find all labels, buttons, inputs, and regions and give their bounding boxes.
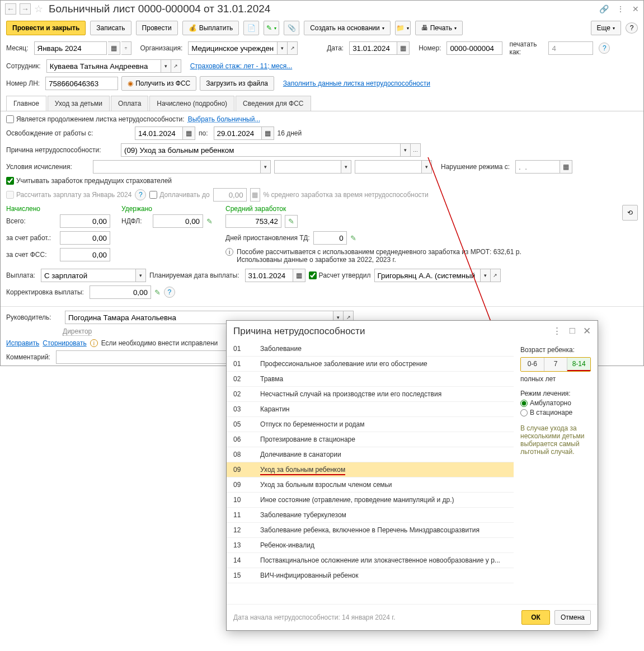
reason-item[interactable]: 02Несчастный случай на производстве или … (227, 387, 514, 402)
close-icon[interactable]: ✕ (632, 4, 639, 13)
avg-input[interactable] (225, 214, 281, 228)
dropdown-icon[interactable]: ▾ (136, 269, 146, 282)
dropdown-icon[interactable]: ▾ (341, 160, 351, 174)
stepper-icon[interactable]: ÷ (121, 41, 131, 55)
select-sick-link[interactable]: Выбрать больничный... (188, 115, 261, 123)
reason-item[interactable]: 10Иное состояние (отравление, проведение… (227, 493, 514, 508)
month-input[interactable] (34, 41, 107, 55)
radio-hospital[interactable]: В стационаре (520, 409, 591, 416)
date-input[interactable] (349, 41, 397, 55)
reason-item[interactable]: 11Заболевание туберкулезом (227, 508, 514, 523)
fix-link[interactable]: Исправить (6, 339, 39, 347)
number-input[interactable] (446, 41, 502, 55)
account-prev-checkbox[interactable]: Учитывать заработок предыдущих страховат… (6, 177, 172, 185)
more-icon[interactable]: ⋮ (552, 325, 562, 337)
age-btn-7[interactable]: 7 (544, 358, 568, 371)
more-icon[interactable]: ⋮ (617, 4, 624, 13)
doplach-checkbox[interactable]: Доплачивать до (149, 191, 209, 199)
total-input[interactable] (60, 214, 110, 228)
reason-item[interactable]: 08Долечивание в санатории (227, 447, 514, 462)
reason-item[interactable]: 09Уход за больным взрослым членом семьи (227, 477, 514, 493)
approved-checkbox[interactable]: Расчет утвердил (309, 271, 371, 279)
dropdown-icon[interactable]: ▾ (422, 160, 432, 174)
nav-back-icon[interactable]: ← (5, 3, 16, 15)
age-btn-0-6[interactable]: 0-6 (521, 358, 544, 371)
pencil-icon[interactable]: ✎ (206, 217, 213, 226)
dropdown-icon[interactable]: ▾ (161, 59, 171, 73)
dropdown-icon[interactable]: ▾ (278, 41, 288, 55)
calendar-icon[interactable]: ▦ (183, 127, 195, 140)
payment-input[interactable] (41, 269, 136, 282)
continuation-checkbox[interactable]: Является продолжением листка нетрудоспос… (6, 115, 185, 123)
reason-item[interactable]: 02Травма (227, 372, 514, 387)
age-btn-8-14[interactable]: 8-14 (567, 358, 590, 371)
print-button[interactable]: 🖶 Печать ▾ (415, 21, 463, 35)
org-input[interactable] (188, 41, 278, 55)
cond3-input[interactable] (355, 160, 422, 174)
reason-input[interactable] (121, 143, 401, 157)
reason-item[interactable]: 12Заболевание ребенка, включенное в Пере… (227, 523, 514, 538)
reason-item[interactable]: 01Профессиональное заболевание или его о… (227, 357, 514, 372)
help-icon[interactable]: ? (164, 287, 175, 298)
correction-input[interactable] (90, 285, 151, 299)
approved-input[interactable] (374, 269, 481, 282)
violation-input[interactable] (515, 160, 560, 174)
help-button[interactable]: ? (626, 22, 638, 34)
fill-link[interactable]: Заполнить данные листка нетрудоспособнос… (283, 79, 430, 87)
reason-item[interactable]: 13Ребенок-инвалид (227, 538, 514, 553)
pencil-icon[interactable]: ✎ (154, 288, 161, 297)
close-icon[interactable]: ✕ (583, 325, 591, 337)
planned-input[interactable] (245, 269, 293, 282)
tab-accrued[interactable]: Начислено (подробно) (149, 96, 234, 111)
radio-ambulatory[interactable]: Амбулаторно (520, 399, 591, 407)
ln-input[interactable] (45, 77, 118, 90)
cancel-button[interactable]: Отмена (554, 610, 591, 625)
record-button[interactable]: Записать (90, 21, 131, 35)
reason-item[interactable]: 09Уход за больным ребенком (227, 462, 514, 477)
by-fss-input[interactable] (60, 248, 110, 261)
reason-item[interactable]: 14Поствакцинальное осложнение или злокач… (227, 553, 514, 568)
attach-icon[interactable]: 📎 (284, 21, 299, 35)
folder-icon[interactable]: 📁▾ (395, 21, 411, 35)
reason-item[interactable]: 15ВИЧ-инфицированный ребенок (227, 568, 514, 583)
help-icon[interactable]: ? (599, 43, 610, 54)
cond2-input[interactable] (274, 160, 341, 174)
storno-link[interactable]: Сторнировать (43, 339, 86, 347)
reason-item[interactable]: 06Протезирование в стационаре (227, 432, 514, 447)
reason-item[interactable]: 03Карантин (227, 402, 514, 417)
maximize-icon[interactable]: □ (570, 325, 575, 337)
pay-button[interactable]: 💰Выплатить (182, 21, 239, 35)
calendar-icon[interactable]: ▦ (560, 160, 572, 174)
help-icon[interactable]: ? (135, 189, 146, 200)
dropdown-icon[interactable]: ▾ (401, 143, 411, 157)
open-icon[interactable]: ↗ (171, 59, 181, 73)
dropdown-icon[interactable]: ▾ (261, 160, 271, 174)
calendar-icon[interactable]: ▦ (293, 269, 305, 282)
suspend-input[interactable] (313, 231, 347, 245)
cond1-input[interactable] (93, 160, 261, 174)
open-icon[interactable]: ↗ (288, 41, 298, 55)
reason-item[interactable]: 01Заболевание (227, 341, 514, 357)
employee-input[interactable] (46, 59, 161, 73)
load-file-button[interactable]: Загрузить из файла (200, 76, 274, 91)
calendar-icon[interactable]: ▦ (262, 127, 274, 140)
ok-button[interactable]: ОК (521, 610, 550, 625)
post-close-button[interactable]: Провести и закрыть (6, 21, 86, 35)
calendar-icon[interactable]: ▦ (108, 41, 120, 55)
get-fss-button[interactable]: ◉ Получить из ФСС (121, 76, 196, 91)
star-icon[interactable]: ☆ (34, 3, 43, 15)
ndfl-input[interactable] (153, 214, 203, 228)
date-from-input[interactable] (135, 127, 183, 140)
open-icon[interactable]: ↗ (491, 269, 501, 282)
ellipsis-icon[interactable]: … (411, 143, 421, 157)
create-based-button[interactable]: Создать на основании ▾ (304, 21, 391, 35)
calendar-icon[interactable]: ▦ (397, 41, 410, 55)
tab-fss[interactable]: Сведения для ФСС (236, 96, 311, 111)
nav-forward-icon[interactable]: → (20, 3, 31, 15)
post-button[interactable]: Провести (136, 21, 178, 35)
pencil-button[interactable]: ✎ (285, 215, 298, 228)
tab-payment[interactable]: Оплата (111, 96, 148, 111)
by-employer-input[interactable] (60, 231, 110, 245)
pencil-icon[interactable]: ✎▾ (264, 21, 279, 35)
insurance-link[interactable]: Страховой стаж: лет - 11; меся... (190, 62, 293, 70)
